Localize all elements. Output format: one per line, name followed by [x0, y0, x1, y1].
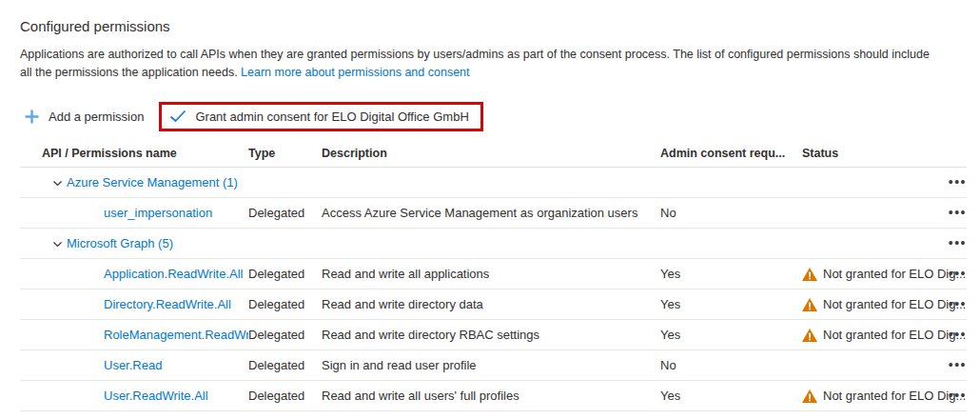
description-line2: all the permissions the application need… — [20, 66, 238, 79]
admin-consent-cell: Yes — [660, 297, 802, 311]
status-text: Not granted for ELO Dig... — [823, 267, 966, 281]
type-cell: Delegated — [248, 267, 322, 281]
admin-consent-cell: No — [660, 206, 802, 220]
table-header-row: API / Permissions name Type Description … — [20, 139, 967, 168]
permission-link[interactable]: RoleManagement.ReadWrite.Dir — [104, 328, 248, 342]
description-line1: Applications are authorized to call APIs… — [20, 48, 930, 61]
status-text: Not granted for ELO Dig... — [823, 328, 966, 342]
section-description: Applications are authorized to call APIs… — [20, 46, 967, 82]
permission-link[interactable]: Application.ReadWrite.All — [104, 267, 243, 281]
warning-icon — [802, 389, 817, 403]
configured-permissions-section: Configured permissions Applications are … — [0, 0, 980, 411]
column-header-admin-consent: Admin consent requ... — [660, 147, 802, 160]
description-cell: Read and write all applications — [322, 267, 660, 281]
add-permission-button[interactable]: Add a permission — [18, 105, 149, 129]
admin-consent-cell: Yes — [660, 328, 802, 342]
admin-consent-cell: Yes — [660, 267, 802, 281]
description-cell: Sign in and read user profile — [322, 358, 660, 372]
type-cell: Delegated — [248, 297, 322, 311]
permission-link[interactable]: Directory.ReadWrite.All — [104, 297, 231, 311]
more-actions-button[interactable]: ••• — [949, 269, 967, 278]
more-actions-button[interactable]: ••• — [949, 390, 967, 400]
warning-icon — [802, 329, 817, 342]
status-text: Not granted for ELO Dig... — [823, 297, 966, 311]
learn-more-link[interactable]: Learn more about permissions and consent — [241, 66, 469, 79]
status-cell: Not granted for ELO Dig... — [802, 328, 967, 342]
table-row: Directory.ReadWrite.All Delegated Read a… — [20, 289, 967, 320]
group-label[interactable]: Microsoft Graph (5) — [67, 236, 173, 250]
add-permission-label: Add a permission — [49, 110, 144, 124]
plus-icon — [24, 109, 40, 125]
group-label[interactable]: Azure Service Management (1) — [67, 175, 238, 190]
table-row: User.Read Delegated Sign in and read use… — [20, 350, 967, 381]
more-actions-button[interactable]: ••• — [949, 208, 967, 217]
permissions-table: API / Permissions name Type Description … — [20, 139, 967, 411]
permission-link[interactable]: user_impersonation — [104, 206, 212, 220]
warning-icon — [802, 268, 817, 281]
status-cell: Not granted for ELO Dig... — [802, 267, 967, 281]
table-group-row: Azure Service Management (1) ••• — [20, 168, 967, 198]
description-cell: Access Azure Service Management as organ… — [322, 206, 660, 220]
more-actions-button[interactable]: ••• — [949, 238, 967, 248]
status-text: Not granted for ELO Dig... — [823, 389, 966, 403]
table-group-row: Microsoft Graph (5) ••• — [20, 229, 967, 259]
group-microsoft-graph[interactable]: Microsoft Graph (5) — [42, 236, 967, 250]
column-header-type: Type — [248, 147, 322, 160]
permissions-toolbar: Add a permission Grant admin consent for… — [20, 100, 967, 132]
column-header-description: Description — [322, 147, 660, 160]
permission-link[interactable]: User.ReadWrite.All — [104, 389, 208, 403]
page-title: Configured permissions — [20, 18, 967, 34]
table-row: RoleManagement.ReadWrite.Dir Delegated R… — [20, 320, 967, 350]
column-header-api-permissions-name: API / Permissions name — [42, 147, 248, 160]
chevron-down-icon — [51, 177, 64, 190]
type-cell: Delegated — [248, 358, 322, 372]
description-cell: Read and write directory data — [322, 297, 660, 311]
annotation-highlight-box: Grant admin consent for ELO Digital Offi… — [159, 102, 482, 131]
grant-admin-consent-label: Grant admin consent for ELO Digital Offi… — [195, 110, 468, 124]
checkmark-icon — [169, 110, 186, 123]
admin-consent-cell: Yes — [660, 389, 802, 403]
column-header-status: Status — [802, 147, 967, 160]
more-actions-button[interactable]: ••• — [949, 299, 967, 309]
type-cell: Delegated — [248, 328, 322, 342]
group-azure-service-management[interactable]: Azure Service Management (1) — [42, 175, 967, 190]
grant-admin-consent-button[interactable]: Grant admin consent for ELO Digital Offi… — [164, 106, 474, 128]
more-actions-button[interactable]: ••• — [949, 360, 967, 369]
admin-consent-cell: No — [660, 358, 802, 372]
type-cell: Delegated — [248, 206, 322, 220]
description-cell: Read and write directory RBAC settings — [322, 328, 660, 342]
warning-icon — [802, 298, 817, 311]
status-cell: Not granted for ELO Dig... — [802, 297, 967, 311]
table-row: User.ReadWrite.All Delegated Read and wr… — [20, 381, 967, 411]
type-cell: Delegated — [248, 389, 322, 403]
permission-link[interactable]: User.Read — [104, 358, 162, 372]
more-actions-button[interactable]: ••• — [949, 329, 967, 339]
more-actions-button[interactable]: ••• — [949, 177, 967, 187]
table-row: user_impersonation Delegated Access Azur… — [20, 198, 967, 229]
chevron-down-icon — [51, 238, 64, 250]
description-cell: Read and write all users' full profiles — [322, 389, 660, 403]
table-row: Application.ReadWrite.All Delegated Read… — [20, 259, 967, 289]
status-cell: Not granted for ELO Dig... — [802, 389, 967, 403]
